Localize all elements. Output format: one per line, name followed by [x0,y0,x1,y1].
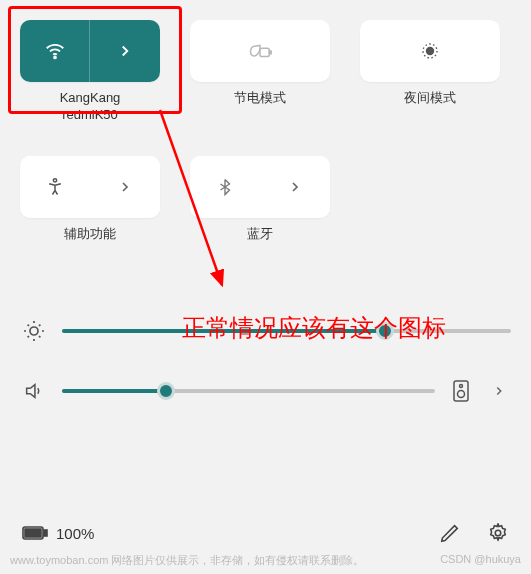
brightness-icon [20,317,48,345]
bluetooth-tile[interactable] [190,156,330,218]
svg-point-10 [460,384,463,387]
wifi-icon [44,40,66,62]
svg-point-11 [458,390,465,397]
volume-expand[interactable] [487,384,511,398]
chevron-right-icon [287,179,303,195]
svg-rect-4 [269,51,271,54]
bluetooth-expand-half[interactable] [260,156,330,218]
svg-rect-13 [44,530,47,536]
svg-point-8 [30,327,38,335]
wifi-label: KangKang redmiK50 [60,90,121,124]
svg-rect-14 [25,529,41,537]
accessibility-tile[interactable] [20,156,160,218]
gear-icon [487,522,509,544]
wifi-tile[interactable] [20,20,160,82]
speaker-device-icon [452,380,470,402]
volume-icon [20,377,48,405]
leaf-battery-icon [247,40,273,62]
watermark-left: www.toymoban.com 网络图片仅供展示，非存储，如有侵权请联系删除。 [10,553,364,568]
accessibility-label: 辅助功能 [64,226,116,243]
edit-button[interactable] [439,522,461,544]
svg-point-2 [54,57,56,59]
svg-point-15 [495,530,501,536]
pencil-icon [439,522,461,544]
bluetooth-label: 蓝牙 [247,226,273,243]
powersave-label: 节电模式 [234,90,286,107]
battery-icon [22,525,48,541]
wifi-toggle-half[interactable] [20,20,90,82]
nightmode-tile[interactable] [360,20,500,82]
volume-slider[interactable] [62,381,435,401]
nightmode-label: 夜间模式 [404,90,456,107]
chevron-right-icon [116,42,134,60]
powersave-tile[interactable] [190,20,330,82]
accessibility-icon [45,177,65,197]
audio-output-button[interactable] [449,380,473,402]
chevron-right-icon [117,179,133,195]
nightmode-icon [418,39,442,63]
chevron-right-icon [492,384,506,398]
brightness-slider[interactable] [62,321,511,341]
svg-point-7 [53,178,56,181]
accessibility-toggle-half[interactable] [20,156,90,218]
svg-rect-3 [260,48,269,56]
accessibility-expand-half[interactable] [90,156,160,218]
settings-button[interactable] [487,522,509,544]
svg-point-5 [427,48,434,55]
bluetooth-icon [216,177,234,197]
battery-text: 100% [56,525,94,542]
battery-status[interactable]: 100% [22,525,94,542]
wifi-expand-half[interactable] [90,20,160,82]
bluetooth-toggle-half[interactable] [190,156,260,218]
watermark-right: CSDN @hukuya [440,553,521,568]
